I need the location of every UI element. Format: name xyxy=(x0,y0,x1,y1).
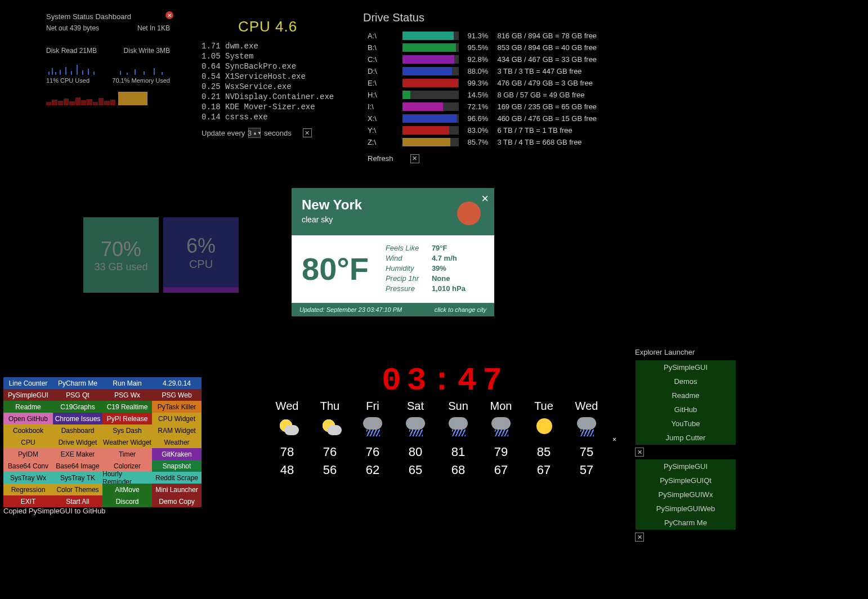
explorer-item[interactable]: PyCharm Me xyxy=(636,516,736,530)
forecast-day: Sat8065 xyxy=(395,400,436,479)
drive-row: I:\72.1%169 GB / 235 GB = 65 GB free xyxy=(363,101,601,113)
disk-write-label: Disk Write 3MB xyxy=(124,47,170,55)
launcher-button[interactable]: AltMove xyxy=(102,484,152,495)
dashboard-title: System Status Dashboard xyxy=(46,12,170,21)
cpu-tile[interactable]: 6% CPU xyxy=(163,217,239,293)
drive-percent: 85.7% xyxy=(463,136,493,148)
launcher-button[interactable]: Run Main xyxy=(102,377,152,389)
weather-sun-icon xyxy=(317,417,343,437)
update-suffix: seconds xyxy=(264,129,291,137)
launcher-button[interactable]: PyPI Release xyxy=(102,413,152,424)
weather-temp: 80°F xyxy=(302,251,369,287)
launcher-button[interactable]: GitKraken xyxy=(152,448,202,460)
launcher-button[interactable]: Timer xyxy=(102,448,152,460)
close-icon[interactable]: ✕ xyxy=(165,11,173,19)
explorer-item[interactable]: YouTube xyxy=(636,417,736,431)
launcher-button[interactable]: Demo Copy xyxy=(152,495,202,507)
launcher-button[interactable]: SysTray Wx xyxy=(3,472,53,484)
launcher-button[interactable]: Weather xyxy=(152,436,202,448)
launcher-button[interactable]: PySimpleGUI xyxy=(3,389,53,401)
explorer-item[interactable]: PySimpleGUIWeb xyxy=(636,502,736,516)
launcher-button[interactable]: PyIDM xyxy=(3,448,53,460)
drive-text: 3 TB / 4 TB = 668 GB free xyxy=(493,136,601,148)
explorer-close-1[interactable]: ✕ xyxy=(635,448,644,457)
forecast-day: Thu7656 xyxy=(310,400,350,479)
launcher-button[interactable]: Readme xyxy=(3,401,53,413)
refresh-label[interactable]: Refresh xyxy=(363,148,398,165)
launcher-button[interactable]: Weather Widget xyxy=(102,436,152,448)
launcher-button[interactable]: EXIT xyxy=(3,495,53,507)
drive-bar xyxy=(402,43,459,52)
launcher-button[interactable]: Sys Dash xyxy=(102,424,152,436)
weather-city: New York xyxy=(302,197,484,213)
launcher-button[interactable]: PSG Qt xyxy=(53,389,102,401)
drive-row: Y:\83.0%6 TB / 7 TB = 1 TB free xyxy=(363,124,601,136)
explorer-item[interactable]: PySimpleGUIQt xyxy=(636,473,736,488)
launcher-button[interactable]: PSG Web xyxy=(152,389,202,401)
launcher-button[interactable]: EXE Maker xyxy=(53,448,102,460)
launcher-button[interactable]: PyTask Killer xyxy=(152,401,202,413)
usage-bargraph xyxy=(46,92,147,105)
launcher-button[interactable]: Snapshot xyxy=(152,460,202,472)
forecast-high: 79 xyxy=(481,443,521,461)
launcher-button[interactable]: RAM Widget xyxy=(152,424,202,436)
launcher-button[interactable]: CPU Widget xyxy=(152,413,202,424)
forecast-day-name: Sun xyxy=(438,400,478,413)
launcher-button[interactable]: PSG Wx xyxy=(102,389,152,401)
cpu-close-button[interactable]: ✕ xyxy=(303,128,312,137)
launcher-button[interactable]: PyCharm Me xyxy=(53,377,102,389)
launcher-button[interactable]: SysTray TK xyxy=(53,472,102,484)
drive-text: 169 GB / 235 GB = 65 GB free xyxy=(493,101,601,113)
launcher-button[interactable]: Chrome Issues xyxy=(53,413,102,424)
forecast-day-name: Mon xyxy=(481,400,521,413)
launcher-button[interactable]: C19Graphs xyxy=(53,401,102,413)
explorer-item[interactable]: GitHub xyxy=(636,403,736,417)
explorer-close-2[interactable]: ✕ xyxy=(635,533,644,542)
memory-tile[interactable]: 70% 33 GB used xyxy=(83,217,159,293)
drive-letter: X:\ xyxy=(363,113,398,124)
launcher-button[interactable]: Base64 Conv xyxy=(3,460,53,472)
explorer-item[interactable]: PySimpleGUI xyxy=(636,360,736,374)
weather-close-icon[interactable]: × xyxy=(481,191,489,206)
drive-close-button[interactable]: ✕ xyxy=(410,154,419,163)
drive-text: 816 GB / 894 GB = 78 GB free xyxy=(493,30,601,42)
explorer-item[interactable]: Readme xyxy=(636,388,736,403)
launcher-button[interactable]: Open GitHub xyxy=(3,413,53,424)
launcher-button[interactable]: Regression xyxy=(3,484,53,495)
forecast-day-name: Fri xyxy=(352,400,393,413)
launcher-button[interactable]: Color Themes xyxy=(53,484,102,495)
launcher-button[interactable]: Start All xyxy=(53,495,102,507)
weather-updated: Updated: September 23 03:47:10 PM xyxy=(299,306,402,313)
weather-hint[interactable]: click to change city xyxy=(435,306,486,313)
weather-detail-value: 39% xyxy=(432,263,446,274)
explorer-item[interactable]: PySimpleGUIWx xyxy=(636,488,736,502)
launcher-button[interactable]: Hourly Reminder xyxy=(102,472,152,484)
weather-card: × New York clear sky 80°F Feels Like79°F… xyxy=(292,188,494,316)
launcher-button[interactable]: Reddit Scrape xyxy=(152,472,202,484)
drive-bar xyxy=(402,126,459,135)
forecast-high: 85 xyxy=(524,443,564,461)
launcher-button[interactable]: Dashboard xyxy=(53,424,102,436)
launcher-button[interactable]: Cookbook xyxy=(3,424,53,436)
forecast-close-icon[interactable]: × xyxy=(612,436,616,444)
launcher-button[interactable]: Base64 Image xyxy=(53,460,102,472)
net-out-label: Net out 439 bytes xyxy=(46,24,99,32)
explorer-item[interactable]: Jump Cutter xyxy=(636,431,736,445)
launcher-button[interactable]: Mini Launcher xyxy=(152,484,202,495)
launcher-button[interactable]: Drive Widget xyxy=(53,436,102,448)
weather-detail-key: Precip 1hr xyxy=(386,274,425,284)
explorer-item[interactable]: PySimpleGUI xyxy=(636,459,736,473)
drive-status-title: Drive Status xyxy=(363,11,601,24)
launcher-button[interactable]: CPU xyxy=(3,436,53,448)
explorer-item[interactable]: Demos xyxy=(636,374,736,388)
launcher-button[interactable]: Discord xyxy=(102,495,152,507)
mem-used-label: 70.1% Memory Used xyxy=(112,77,170,84)
forecast-low: 68 xyxy=(438,461,478,479)
drive-letter: B:\ xyxy=(363,42,398,53)
launcher-button[interactable]: 4.29.0.14 xyxy=(152,377,202,389)
launcher-button[interactable]: Line Counter xyxy=(3,377,53,389)
weather-detail-row: Feels Like79°F xyxy=(386,243,466,253)
launcher-button[interactable]: C19 Realtime xyxy=(102,401,152,413)
update-interval-spinner[interactable]: 3▲▼ xyxy=(248,128,261,138)
forecast-high: 80 xyxy=(395,443,436,461)
